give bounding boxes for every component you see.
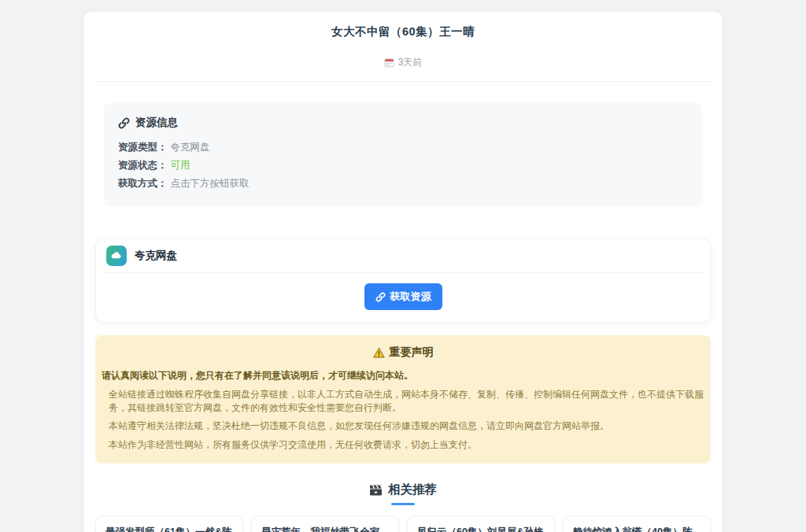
related-cards: 最强发型师（61集）一然&陈沛苏 2天前 旱灾荒年，我福娃带飞全家（60集）李明… [95,515,711,532]
related-card-title[interactable]: 最强发型师（61集）一然&陈沛苏 [105,526,233,532]
status-badge: 可用 [171,157,190,175]
page-title: 女大不中留（60集）王一晴 [83,24,723,39]
post-card: 女大不中留（60集）王一晴 3天前 资源信息 资源类型： 夸克网盘 资源状态： … [83,12,723,532]
provider-header: 夸克网盘 [96,239,710,272]
resource-method-label: 获取方式： [118,175,168,193]
get-resource-label: 获取资源 [390,290,431,304]
divider [94,81,712,82]
resource-status-label: 资源状态： [118,157,168,175]
resource-type-row: 资源类型： 夸克网盘 [118,139,688,157]
post-meta: 3天前 [83,56,723,69]
related-card-1[interactable]: 最强发型师（61集）一然&陈沛苏 2天前 [95,515,243,532]
warning-triangle-icon [373,347,385,358]
notice-intro: 请认真阅读以下说明，您只有在了解并同意该说明后，才可继续访问本站。 [102,369,704,382]
resource-info-rows: 资源类型： 夸克网盘 资源状态： 可用 获取方式： 点击下方按钮获取 [118,139,688,193]
provider-card: 夸克网盘 获取资源 [95,238,711,323]
resource-info-heading: 资源信息 [118,116,688,130]
related-card-3[interactable]: 凤归云（60集）刘昱展&孙梓铖 2天前 [407,515,555,532]
notice-paragraph: 本站遵守相关法律法规，坚决杜绝一切违规不良信息，如您发现任何涉嫌违规的网盘信息，… [109,419,704,433]
provider-body: 获取资源 [96,273,710,322]
related-card-2[interactable]: 旱灾荒年，我福娃带飞全家（60集）李明&萨钢云 2天前 [251,515,399,532]
related-card-title[interactable]: 凤归云（60集）刘昱展&孙梓铖 [417,526,545,532]
resource-method-value: 点击下方按钮获取 [171,175,250,193]
related-card-4[interactable]: 静待惊鸿入翁慌（40集）陈雷雷&吴毅非 2天前 [563,515,711,532]
link-icon [118,117,130,129]
resource-status-row: 资源状态： 可用 [118,157,688,175]
notice-paragraph: 全站链接通过蜘蛛程序收集自网盘分享链接，以非人工方式自动生成，网站本身不储存、复… [109,388,704,414]
clapperboard-icon [369,484,383,497]
heading-underline [391,503,415,505]
provider-name: 夸克网盘 [135,249,177,263]
calendar-icon [384,57,394,68]
publish-time: 3天前 [398,56,423,69]
related-heading: 相关推荐 [83,482,723,498]
important-notice-panel: 重要声明 请认真阅读以下说明，您只有在了解并同意该说明后，才可继续访问本站。 全… [95,335,711,464]
resource-type-value: 夸克网盘 [171,139,210,157]
related-card-title[interactable]: 静待惊鸿入翁慌（40集）陈雷雷&吴毅非 [573,526,701,532]
related-card-title[interactable]: 旱灾荒年，我福娃带飞全家（60集）李明&萨钢云 [261,526,389,532]
notice-paragraph: 本站作为非经营性网站，所有服务仅供学习交流使用，无任何收费请求，切勿上当支付。 [109,438,704,452]
get-resource-button[interactable]: 获取资源 [364,283,442,310]
resource-info-panel: 资源信息 资源类型： 夸克网盘 资源状态： 可用 获取方式： 点击下方按钮获取 [104,103,702,206]
resource-method-row: 获取方式： 点击下方按钮获取 [118,175,688,193]
notice-heading: 重要声明 [102,345,704,360]
title-block: 女大不中留（60集）王一晴 3天前 [83,12,723,82]
quark-cloud-drive-icon [106,246,127,266]
resource-type-label: 资源类型： [118,139,168,157]
link-icon [375,292,386,302]
